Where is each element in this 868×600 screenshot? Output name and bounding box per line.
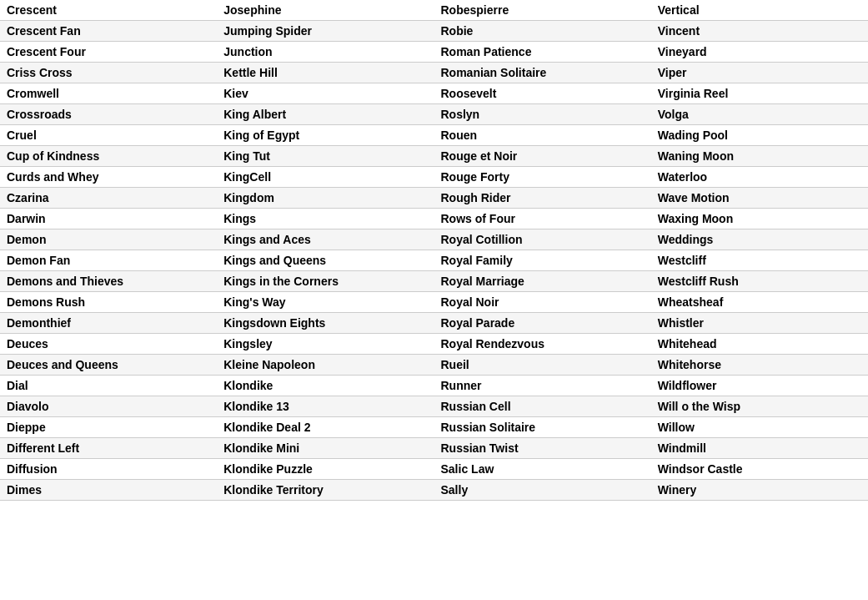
table-cell: Roslyn <box>434 104 651 125</box>
table-cell: Rows of Four <box>434 209 651 229</box>
table-row: Deuces and QueensKleine NapoleonRueilWhi… <box>0 355 868 376</box>
table-row: DeucesKingsleyRoyal RendezvousWhitehead <box>0 334 868 355</box>
table-cell: Royal Marriage <box>434 271 651 292</box>
table-cell: Curds and Whey <box>0 167 217 188</box>
table-row: Criss CrossKettle HillRomanian Solitaire… <box>0 63 868 83</box>
table-cell: Jumping Spider <box>217 21 434 42</box>
table-cell: Royal Rendezvous <box>434 334 651 355</box>
table-cell: Darwin <box>0 209 217 229</box>
table-cell: Demonthief <box>0 313 217 334</box>
table-row: Crescent FanJumping SpiderRobieVincent <box>0 21 868 42</box>
table-cell: Different Left <box>0 438 217 459</box>
table-cell: Demon <box>0 229 217 250</box>
table-cell: Viper <box>651 63 868 83</box>
table-row: DiffusionKlondike PuzzleSalic LawWindsor… <box>0 459 868 480</box>
table-cell: Klondike 13 <box>217 396 434 417</box>
table-row: Demons and ThievesKings in the CornersRo… <box>0 271 868 292</box>
table-cell: Waxing Moon <box>651 209 868 229</box>
table-cell: Whitehorse <box>651 355 868 376</box>
table-cell: Wave Motion <box>651 188 868 209</box>
table-cell: Westcliff Rush <box>651 271 868 292</box>
table-cell: Klondike <box>217 376 434 396</box>
table-cell: Crescent Four <box>0 42 217 63</box>
table-cell: Kingsley <box>217 334 434 355</box>
table-cell: Volga <box>651 104 868 125</box>
table-cell: Cup of Kindness <box>0 146 217 167</box>
table-cell: Russian Twist <box>434 438 651 459</box>
table-cell: Rouge Forty <box>434 167 651 188</box>
table-cell: Czarina <box>0 188 217 209</box>
table-cell: Kings <box>217 209 434 229</box>
table-row: DieppeKlondike Deal 2Russian SolitaireWi… <box>0 417 868 438</box>
table-cell: Demons Rush <box>0 292 217 313</box>
table-cell: Diavolo <box>0 396 217 417</box>
table-cell: King of Egypt <box>217 125 434 146</box>
table-cell: Royal Family <box>434 250 651 271</box>
solitaire-table: CrescentJosephineRobespierreVerticalCres… <box>0 0 868 501</box>
table-cell: Crescent <box>0 0 217 21</box>
table-cell: Roosevelt <box>434 83 651 104</box>
table-cell: Junction <box>217 42 434 63</box>
table-cell: Dieppe <box>0 417 217 438</box>
table-cell: Vineyard <box>651 42 868 63</box>
table-cell: Waterloo <box>651 167 868 188</box>
table-cell: Robespierre <box>434 0 651 21</box>
table-row: Curds and WheyKingCellRouge FortyWaterlo… <box>0 167 868 188</box>
table-cell: Kings and Queens <box>217 250 434 271</box>
table-cell: Klondike Territory <box>217 480 434 501</box>
table-cell: King's Way <box>217 292 434 313</box>
table-row: Cup of KindnessKing TutRouge et NoirWani… <box>0 146 868 167</box>
table-cell: Vincent <box>651 21 868 42</box>
table-row: CruelKing of EgyptRouenWading Pool <box>0 125 868 146</box>
table-cell: Windmill <box>651 438 868 459</box>
table-cell: Rough Rider <box>434 188 651 209</box>
table-cell: Westcliff <box>651 250 868 271</box>
table-cell: Sally <box>434 480 651 501</box>
table-cell: Willow <box>651 417 868 438</box>
table-cell: Kiev <box>217 83 434 104</box>
table-cell: Kings in the Corners <box>217 271 434 292</box>
table-row: DimesKlondike TerritorySallyWinery <box>0 480 868 501</box>
table-cell: Kettle Hill <box>217 63 434 83</box>
table-row: Demons RushKing's WayRoyal NoirWheatshea… <box>0 292 868 313</box>
table-cell: Wildflower <box>651 376 868 396</box>
table-row: DemonKings and AcesRoyal CotillionWeddin… <box>0 229 868 250</box>
table-cell: Russian Solitaire <box>434 417 651 438</box>
table-cell: Cruel <box>0 125 217 146</box>
table-cell: Robie <box>434 21 651 42</box>
main-container: CrescentJosephineRobespierreVerticalCres… <box>0 0 868 600</box>
table-cell: Dimes <box>0 480 217 501</box>
table-cell: Windsor Castle <box>651 459 868 480</box>
table-cell: Demon Fan <box>0 250 217 271</box>
table-row: CrossroadsKing AlbertRoslynVolga <box>0 104 868 125</box>
table-cell: Deuces <box>0 334 217 355</box>
table-cell: Kingsdown Eights <box>217 313 434 334</box>
table-cell: King Albert <box>217 104 434 125</box>
table-cell: Dial <box>0 376 217 396</box>
table-cell: KingCell <box>217 167 434 188</box>
table-row: CrescentJosephineRobespierreVertical <box>0 0 868 21</box>
table-cell: Diffusion <box>0 459 217 480</box>
table-cell: Kleine Napoleon <box>217 355 434 376</box>
table-row: DialKlondikeRunnerWildflower <box>0 376 868 396</box>
table-row: CzarinaKingdomRough RiderWave Motion <box>0 188 868 209</box>
table-cell: Crescent Fan <box>0 21 217 42</box>
table-cell: Rueil <box>434 355 651 376</box>
table-cell: Whitehead <box>651 334 868 355</box>
table-cell: Romanian Solitaire <box>434 63 651 83</box>
table-row: CromwellKievRooseveltVirginia Reel <box>0 83 868 104</box>
table-cell: Whistler <box>651 313 868 334</box>
table-cell: King Tut <box>217 146 434 167</box>
table-cell: Klondike Puzzle <box>217 459 434 480</box>
table-cell: Wading Pool <box>651 125 868 146</box>
table-cell: Weddings <box>651 229 868 250</box>
table-cell: Rouge et Noir <box>434 146 651 167</box>
table-cell: Kingdom <box>217 188 434 209</box>
table-row: DemonthiefKingsdown EightsRoyal ParadeWh… <box>0 313 868 334</box>
table-cell: Deuces and Queens <box>0 355 217 376</box>
table-cell: Rouen <box>434 125 651 146</box>
table-cell: Klondike Deal 2 <box>217 417 434 438</box>
table-cell: Russian Cell <box>434 396 651 417</box>
table-cell: Criss Cross <box>0 63 217 83</box>
table-cell: Royal Parade <box>434 313 651 334</box>
